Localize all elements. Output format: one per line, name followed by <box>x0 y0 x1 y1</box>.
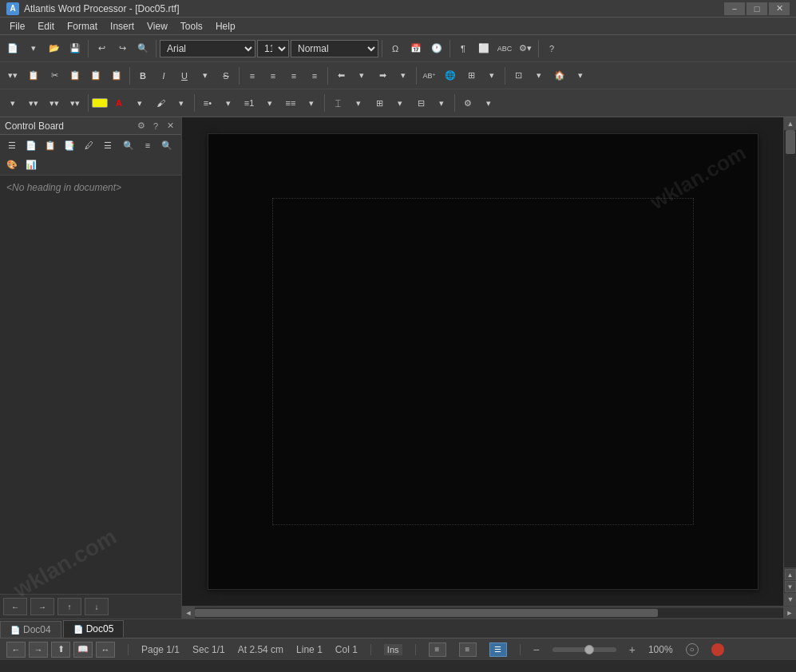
open-button[interactable]: 📂 <box>45 39 64 58</box>
style-select[interactable]: Normal <box>291 40 378 57</box>
menu-help[interactable]: Help <box>209 18 242 34</box>
tab-doc05[interactable]: 📄 Doc05 <box>63 620 125 638</box>
cb-tb-btn-7[interactable]: 🔍 <box>120 136 137 154</box>
nav-up-button[interactable]: ↑ <box>57 598 81 615</box>
scroll-thumb-horizontal[interactable] <box>195 609 658 617</box>
font-color[interactable]: A <box>109 93 129 113</box>
table-insert-dropdown[interactable]: ▾ <box>390 93 410 113</box>
underline-button[interactable]: U <box>175 66 194 85</box>
menu-insert[interactable]: Insert <box>104 18 141 34</box>
cb-tb-btn-3[interactable]: 📋 <box>42 136 59 154</box>
btn-r2-1[interactable]: ▾▾ <box>3 66 22 85</box>
tab-doc04[interactable]: 📄 Doc04 <box>0 621 61 638</box>
dropdown-new-button[interactable]: ▾ <box>24 39 43 58</box>
next-nav-button[interactable]: → <box>29 642 48 658</box>
cb-help-button[interactable]: ? <box>149 120 162 132</box>
table-dropdown-2[interactable]: ▾ <box>482 66 501 85</box>
jump-down-button[interactable]: 📖 <box>73 642 93 658</box>
align-center-button[interactable]: ≡ <box>263 66 283 85</box>
style-brush-dropdown[interactable]: ▾ <box>172 93 191 113</box>
scroll-prev-page-button[interactable]: ▲ <box>785 569 796 580</box>
font-size-select[interactable]: 11 <box>257 40 289 57</box>
redo-button[interactable]: ↪ <box>113 39 132 58</box>
pilcrow-button[interactable]: ¶ <box>453 39 473 58</box>
view-btn-1[interactable]: ⬜ <box>474 39 493 58</box>
list-dropdown-3[interactable]: ▾ <box>302 93 321 113</box>
list-dropdown-2[interactable]: ▾ <box>260 93 279 113</box>
outdent-dropdown[interactable]: ▾ <box>394 66 413 85</box>
col-btn[interactable]: ⌶ <box>328 93 347 113</box>
maximize-button[interactable]: □ <box>746 2 767 15</box>
menu-view[interactable]: View <box>141 18 174 34</box>
table-col-dropdown[interactable]: ▾ <box>432 93 451 113</box>
superscript-btn[interactable]: AB⁺ <box>420 66 439 85</box>
settings-gear[interactable]: ⚙ <box>458 93 477 113</box>
jump-button[interactable]: ⬆ <box>51 642 70 658</box>
special-chars-button[interactable]: Ω <box>386 39 405 58</box>
scroll-thumb-vertical[interactable] <box>786 130 795 154</box>
vertical-scrollbar[interactable]: ▲ ▲ ▼ ▼ <box>783 117 796 606</box>
table-btn-2[interactable]: ⊞ <box>461 66 481 85</box>
list-num[interactable]: ≡1 <box>240 93 259 113</box>
btn-r2-6[interactable]: 📋 <box>107 66 126 85</box>
cb-tb-btn-9[interactable]: 🔍 <box>158 136 176 154</box>
frame-btn[interactable]: ⊡ <box>509 66 528 85</box>
align-right-button[interactable]: ≡ <box>284 66 303 85</box>
undo-button[interactable]: ↩ <box>92 39 111 58</box>
cb-tb-btn-8[interactable]: ≡ <box>139 136 156 154</box>
btn-r2-3[interactable]: ✂ <box>45 66 64 85</box>
indent-dropdown[interactable]: ▾ <box>352 66 371 85</box>
indent-btn[interactable]: ⬅ <box>331 66 350 85</box>
bold-button[interactable]: B <box>133 66 152 85</box>
scroll-next-page-button[interactable]: ▼ <box>785 581 796 592</box>
cb-tb-btn-10[interactable]: 🎨 <box>3 156 21 173</box>
menu-format[interactable]: Format <box>61 18 104 34</box>
btn-r2-2[interactable]: 📋 <box>24 66 43 85</box>
new-button[interactable]: 📄 <box>3 39 22 58</box>
btn-r2-5[interactable]: 📋 <box>86 66 105 85</box>
nav-next-button[interactable]: → <box>30 598 54 615</box>
btn-r3-1[interactable]: ▾ <box>3 93 22 113</box>
col-dropdown[interactable]: ▾ <box>349 93 368 113</box>
scroll-left-button[interactable]: ◄ <box>182 607 195 619</box>
menu-edit[interactable]: Edit <box>31 18 61 34</box>
list-bullet[interactable]: ≡• <box>198 93 217 113</box>
font-name-select[interactable]: Arial <box>160 40 255 57</box>
cb-tb-btn-6[interactable]: ☰ <box>99 136 117 154</box>
cb-tb-btn-1[interactable]: ☰ <box>3 136 21 154</box>
settings-dropdown-2[interactable]: ▾ <box>479 93 498 113</box>
settings-dropdown[interactable]: ⚙▾ <box>516 39 535 58</box>
font-color-dropdown[interactable]: ▾ <box>130 93 149 113</box>
zoom-slider[interactable] <box>552 647 616 652</box>
document-canvas[interactable]: wklan.com <box>182 117 783 606</box>
view-mode-btn-1[interactable]: ≡ <box>429 642 446 657</box>
btn-r3-2[interactable]: ▾▾ <box>24 93 43 113</box>
list-dropdown-1[interactable]: ▾ <box>219 93 238 113</box>
scroll-up-button[interactable]: ▲ <box>784 117 796 130</box>
save-button[interactable]: 💾 <box>65 39 85 58</box>
horizontal-scrollbar[interactable]: ◄ ► <box>182 606 796 619</box>
abc-button[interactable]: ABC <box>495 39 514 58</box>
highlight-color[interactable] <box>92 98 108 108</box>
view-mode-btn-2[interactable]: ≡ <box>459 642 477 657</box>
style-brush[interactable]: 🖌 <box>151 93 170 113</box>
globe-btn[interactable]: 🌐 <box>441 66 460 85</box>
nav-dropdown[interactable]: ▾ <box>571 66 590 85</box>
close-button[interactable]: ✕ <box>769 2 790 15</box>
table-insert[interactable]: ⊞ <box>370 93 389 113</box>
cb-tb-btn-4[interactable]: 📑 <box>61 136 78 154</box>
outdent-btn[interactable]: ➡ <box>373 66 392 85</box>
cb-close-button[interactable]: ✕ <box>164 120 176 132</box>
frame-dropdown[interactable]: ▾ <box>529 66 548 85</box>
nav-down-button[interactable]: ↓ <box>85 598 109 615</box>
help-button[interactable]: ? <box>542 39 561 58</box>
scroll-down-button[interactable]: ▼ <box>784 593 796 606</box>
minimize-button[interactable]: − <box>724 2 745 15</box>
clock-button[interactable]: 🕐 <box>427 39 446 58</box>
strikethrough-button[interactable]: S <box>216 66 236 85</box>
btn-r2-4[interactable]: 📋 <box>65 66 85 85</box>
btn-r3-3[interactable]: ▾▾ <box>45 93 64 113</box>
menu-file[interactable]: File <box>3 18 31 34</box>
cb-tb-btn-11[interactable]: 📊 <box>22 156 40 173</box>
cb-tb-btn-5[interactable]: 🖊 <box>80 136 97 154</box>
